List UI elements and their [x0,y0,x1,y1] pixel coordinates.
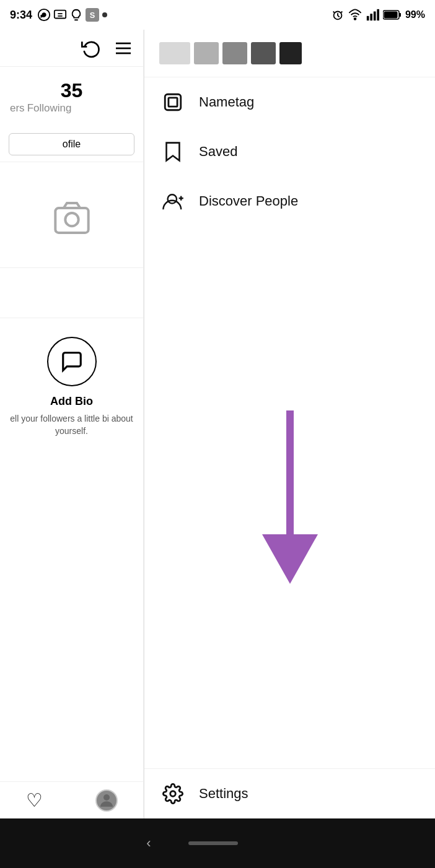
svg-rect-20 [165,94,181,110]
wifi-icon [348,8,362,22]
svg-point-19 [103,794,110,801]
heart-nav-icon[interactable]: ♡ [26,789,43,811]
settings-label: Settings [199,786,248,802]
highlights-section [0,168,143,267]
svg-point-18 [65,213,78,226]
saved-menu-item[interactable]: Saved [144,127,435,176]
following-count: 35 [10,79,133,102]
edit-profile-button[interactable]: ofile [9,133,134,155]
message-icon [53,8,67,22]
svg-rect-9 [374,12,376,21]
svg-point-6 [354,18,356,20]
discover-people-menu-item[interactable]: Discover People [144,176,435,226]
svg-rect-21 [169,98,177,106]
following-section: 35 ers Following [0,67,143,127]
nametag-menu-item[interactable]: Nametag [144,77,435,127]
separator-1 [0,162,143,162]
svg-rect-13 [384,12,397,19]
svg-text:S: S [90,11,95,20]
bulb-icon [69,8,83,22]
svg-rect-12 [399,13,401,17]
status-time: 9:34 [10,9,32,22]
swatch-2[interactable] [194,42,219,64]
left-panel: 35 ers Following ofile [0,30,144,818]
camera-icon-wrap [50,196,94,240]
bio-desc: ell your followers a little bi about you… [6,413,137,437]
camera-icon [52,198,92,238]
chat-icon [60,350,84,373]
dot-icon [102,12,108,18]
recents-button[interactable] [275,836,289,850]
swatch-3[interactable] [222,42,247,64]
status-right: 99% [331,8,425,22]
svg-point-22 [168,194,177,203]
bottom-nav-left: ♡ [0,781,144,818]
menu-icon[interactable] [113,38,133,58]
swatch-1[interactable] [159,42,190,64]
arrow-annotation [144,226,435,768]
nametag-label: Nametag [199,94,254,110]
discover-people-label: Discover People [199,193,298,209]
saved-label: Saved [199,144,237,160]
status-left: 9:34 S [10,8,108,22]
purple-arrow-svg [253,410,327,584]
home-pill[interactable] [188,841,238,845]
svg-rect-10 [377,9,379,20]
swatch-4[interactable] [251,42,276,64]
android-nav-bar: ‹ [0,818,435,868]
alarm-icon [331,8,345,22]
grid-placeholder [0,268,143,318]
bio-icon-circle [47,337,97,386]
profile-nav-icon[interactable] [95,789,118,812]
settings-menu-item[interactable]: Settings [144,768,435,818]
settings-icon [162,783,184,805]
edit-profile-text: ofile [63,139,81,149]
swatch-5[interactable] [279,42,302,64]
history-icon[interactable] [81,38,101,58]
svg-rect-8 [370,14,372,20]
svg-point-27 [170,791,176,797]
right-drawer: Nametag Saved Discover People [144,30,435,818]
back-button[interactable]: ‹ [146,835,151,851]
following-label: Following [27,102,72,115]
discover-people-icon [162,190,184,212]
status-icons: S [37,8,108,22]
nametag-icon [162,91,184,113]
add-bio-section: Add Bio ell your followers a little bi a… [0,318,143,449]
svg-point-4 [102,12,107,17]
svg-rect-7 [367,16,369,20]
battery-icon [383,9,402,20]
bio-title: Add Bio [50,395,93,408]
whatsapp-icon [37,8,51,22]
svg-marker-26 [262,534,318,584]
left-header [0,30,143,67]
s-icon: S [86,8,99,22]
saved-icon [162,141,184,163]
status-bar: 9:34 S [0,0,435,30]
battery-percent: 99% [405,9,425,20]
signal-icon [366,8,379,22]
color-swatches [144,30,435,77]
partial-followers-label: ers [10,102,25,115]
